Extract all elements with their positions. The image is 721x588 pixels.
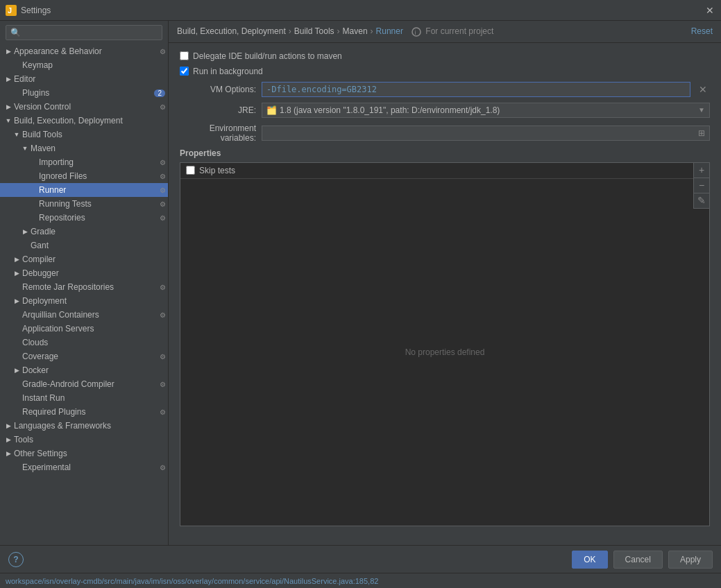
sidebar-item-gradle-android[interactable]: Gradle-Android Compiler⚙ (0, 377, 168, 391)
tree-arrow-remote-jar-repos (11, 282, 22, 293)
sidebar-item-languages[interactable]: Languages & Frameworks (0, 419, 168, 433)
tree-arrow-other-settings (3, 448, 14, 459)
properties-empty-text: No properties defined (405, 347, 485, 357)
right-panel: Build, Execution, Deployment › Build Too… (169, 21, 721, 545)
sidebar-item-coverage[interactable]: Coverage⚙ (0, 349, 168, 363)
apply-button[interactable]: Apply (668, 551, 713, 569)
sidebar-label-build-exec-deploy: Build, Execution, Deployment (14, 116, 168, 126)
bottom-bar: ? OK Cancel Apply (0, 545, 721, 573)
breadcrumb-part-1: Build, Execution, Deployment (177, 26, 286, 36)
tree-arrow-coverage (11, 351, 22, 362)
sidebar-item-build-tools[interactable]: Build Tools (0, 128, 168, 141)
cancel-button[interactable]: Cancel (613, 551, 663, 569)
sidebar: Appearance & Behavior⚙KeymapEditorPlugin… (0, 21, 169, 545)
ok-button[interactable]: OK (572, 551, 607, 569)
sidebar-item-gradle[interactable]: Gradle (0, 225, 168, 239)
sidebar-item-keymap[interactable]: Keymap (0, 58, 168, 72)
tree-arrow-maven (19, 143, 31, 154)
gear-icon-required-plugins: ⚙ (157, 406, 168, 417)
gear-icon-repositories: ⚙ (157, 212, 168, 223)
sidebar-label-experimental: Experimental (22, 462, 157, 472)
tree-arrow-running-tests (28, 198, 39, 209)
skip-tests-checkbox[interactable] (186, 166, 195, 175)
sidebar-label-repositories: Repositories (39, 213, 157, 223)
env-vars-icon[interactable]: ⊞ (698, 128, 705, 138)
reset-link[interactable]: Reset (691, 26, 713, 36)
tree-arrow-languages (3, 420, 14, 431)
jre-select[interactable]: 🗂️ 1.8 (java version "1.8.0_191", path: … (262, 103, 710, 118)
sidebar-item-arquillian[interactable]: Arquillian Containers⚙ (0, 308, 168, 322)
sidebar-item-remote-jar-repos[interactable]: Remote Jar Repositories⚙ (0, 280, 168, 294)
tree-arrow-importing (28, 157, 39, 168)
properties-label: Properties (180, 148, 710, 158)
gear-icon-appearance: ⚙ (157, 46, 168, 57)
vm-options-label: VM Options: (180, 85, 256, 94)
sidebar-item-deployment[interactable]: Deployment (0, 294, 168, 308)
sidebar-item-runner[interactable]: Runner⚙ (0, 183, 168, 197)
tree-arrow-gradle-android (11, 379, 22, 390)
sidebar-item-other-settings[interactable]: Other Settings (0, 447, 168, 460)
delegate-checkbox[interactable] (180, 51, 189, 60)
sidebar-item-appearance[interactable]: Appearance & Behavior⚙ (0, 44, 168, 58)
search-input[interactable] (6, 25, 162, 40)
sidebar-item-clouds[interactable]: Clouds (0, 336, 168, 349)
tree-arrow-build-tools (11, 129, 22, 140)
sidebar-label-running-tests: Running Tests (39, 199, 157, 209)
sidebar-item-gant[interactable]: Gant (0, 239, 168, 252)
sidebar-item-version-control[interactable]: Version Control⚙ (0, 100, 168, 114)
tree-arrow-compiler (11, 254, 22, 265)
tree-arrow-debugger (11, 268, 22, 279)
window-title: Settings (21, 6, 704, 15)
sidebar-item-build-exec-deploy[interactable]: Build, Execution, Deployment (0, 114, 168, 128)
run-bg-label[interactable]: Run in background (180, 67, 263, 76)
vm-options-input[interactable] (262, 82, 690, 97)
sidebar-label-debugger: Debugger (22, 268, 168, 278)
close-button[interactable]: ✕ (704, 5, 715, 16)
remove-property-button[interactable]: − (694, 178, 709, 193)
run-bg-checkbox[interactable] (180, 67, 189, 76)
gear-icon-importing: ⚙ (157, 157, 168, 168)
tree-arrow-version-control (3, 101, 14, 112)
edit-property-button[interactable]: ✎ (694, 193, 709, 209)
sidebar-item-editor[interactable]: Editor (0, 72, 168, 86)
sidebar-item-required-plugins[interactable]: Required Plugins⚙ (0, 405, 168, 419)
sidebar-item-tools[interactable]: Tools (0, 433, 168, 447)
jre-label: JRE: (180, 105, 256, 115)
sidebar-item-experimental[interactable]: Experimental⚙ (0, 460, 168, 474)
help-button[interactable]: ? (8, 552, 24, 567)
tree-arrow-tools (3, 434, 14, 445)
sidebar-label-runner: Runner (39, 185, 157, 195)
sidebar-item-docker[interactable]: Docker (0, 363, 168, 377)
jre-dropdown-arrow: ▼ (698, 106, 705, 114)
env-vars-label: Environment variables: (180, 123, 256, 143)
tree-arrow-app-servers (11, 323, 22, 334)
svg-point-2 (412, 28, 421, 36)
gear-icon-version-control: ⚙ (157, 101, 168, 112)
sidebar-item-ignored-files[interactable]: Ignored Files⚙ (0, 169, 168, 183)
sidebar-item-debugger[interactable]: Debugger (0, 266, 168, 280)
vm-options-row: VM Options: ✕ (180, 82, 710, 97)
sidebar-item-maven[interactable]: Maven (0, 141, 168, 155)
env-vars-input[interactable]: ⊞ (262, 126, 710, 141)
sidebar-item-importing[interactable]: Importing⚙ (0, 155, 168, 169)
tree-arrow-keymap (11, 60, 22, 71)
sidebar-item-plugins[interactable]: Plugins2 (0, 86, 168, 100)
sidebar-label-gradle-android: Gradle-Android Compiler (22, 379, 157, 389)
sidebar-item-running-tests[interactable]: Running Tests⚙ (0, 197, 168, 211)
run-bg-row: Run in background (180, 67, 710, 76)
sidebar-item-app-servers[interactable]: Application Servers (0, 322, 168, 336)
add-property-button[interactable]: + (694, 163, 709, 178)
delegate-label[interactable]: Delegate IDE build/run actions to maven (180, 51, 342, 61)
sidebar-label-importing: Importing (39, 157, 157, 167)
tree-arrow-gant (19, 240, 31, 251)
title-bar: J Settings ✕ (0, 0, 721, 21)
sidebar-label-keymap: Keymap (22, 60, 168, 70)
sidebar-label-gradle: Gradle (31, 227, 168, 236)
sidebar-label-compiler: Compiler (22, 254, 168, 264)
sidebar-item-compiler[interactable]: Compiler (0, 252, 168, 266)
vm-options-clear-button[interactable]: ✕ (696, 83, 710, 96)
sidebar-item-instant-run[interactable]: Instant Run (0, 391, 168, 405)
skip-tests-label[interactable]: Skip tests (186, 166, 704, 175)
tree-arrow-deployment (11, 295, 22, 306)
sidebar-item-repositories[interactable]: Repositories⚙ (0, 211, 168, 225)
